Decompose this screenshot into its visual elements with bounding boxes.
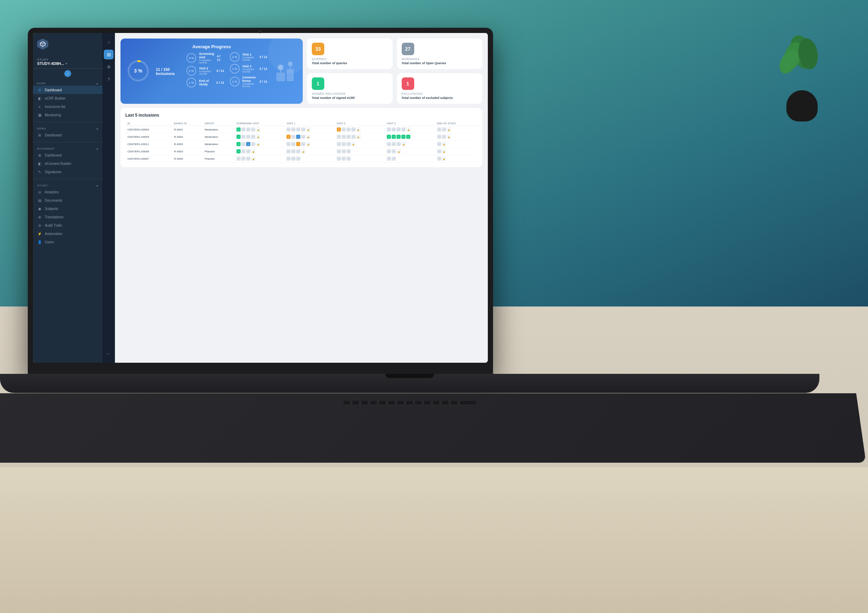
screening-pct: 5 %	[186, 53, 196, 63]
table-row[interactable]: CENTER1-00006 R-0003 Placebo ✓ — — 🔒	[126, 148, 477, 155]
row2-bando: R-0004	[172, 133, 202, 141]
sidebar-item-translations[interactable]: ⊕ Translations	[33, 213, 102, 221]
sidebar-item-dashboard-econsent[interactable]: ⊞ Dashboard	[33, 151, 102, 159]
exclusions-badge: 1	[402, 77, 414, 90]
common-forms-row: 2 % Common forms Completed records 2 / 1…	[230, 76, 267, 87]
row3-end-study: — 🔒	[435, 141, 477, 148]
home-icon-btn[interactable]: ⌂	[104, 37, 113, 47]
sidebar: STUDY STUDY-4D8H... ▾ ‹ eCRF ▴ ⊞ Das	[33, 33, 102, 363]
settings-icon-btn[interactable]: ⚙	[104, 62, 113, 72]
row4-id: CENTER1-00006	[126, 148, 172, 155]
exclusions-stat-card: 1 Exclusions Total number of excluded su…	[397, 73, 483, 104]
screen-content: STUDY STUDY-4D8H... ▾ ‹ eCRF ▴ ⊞ Das	[33, 33, 488, 363]
row2-visit1: 1 — ✓ — 🔒	[284, 133, 334, 141]
row4-bando: R-0003	[172, 148, 202, 155]
cell-dot: —	[437, 156, 441, 161]
sidebar-item-dashboard-ecrf[interactable]: ⊞ Dashboard	[33, 86, 102, 94]
sidebar-item-audit-trails[interactable]: ⊘ Audit Trails	[33, 221, 102, 229]
cell-dot: —	[241, 156, 245, 161]
cell-dot: ✓	[236, 135, 240, 139]
cell-dot: —	[241, 142, 245, 146]
sidebar-item-inclusions-list[interactable]: ≡ Inclusions list	[33, 102, 102, 111]
cell-dot: —	[347, 149, 351, 153]
cell-dot: —	[251, 142, 255, 146]
sidebar-item-users[interactable]: 👤 Users	[33, 238, 102, 246]
laptop-screen-bezel: STUDY STUDY-4D8H... ▾ ‹ eCRF ▴ ⊞ Das	[28, 28, 493, 375]
list-icon: ≡	[37, 104, 42, 109]
common-forms-info: Common forms Completed records	[242, 76, 257, 87]
study-name-btn[interactable]: STUDY-4D8H... ▾	[37, 62, 98, 66]
cell-dot: 🔒	[401, 142, 406, 146]
sidebar-item-signatures[interactable]: ✎ Signatures	[33, 168, 102, 176]
col-header-id: ID	[126, 121, 172, 126]
sidebar-item-ecrf-builder[interactable]: ◧ eCRF Builder	[33, 94, 102, 102]
person-icon: 👤	[37, 240, 42, 245]
sidebar-item-analytics[interactable]: ◎ Analytics	[33, 188, 102, 196]
cell-dot: —	[342, 142, 346, 146]
cell-dot: 🔒	[301, 149, 305, 153]
sidebar-item-monitoring[interactable]: ▦ Monitoring	[33, 111, 102, 119]
sidebar-item-subjects[interactable]: ◉ Subjects	[33, 204, 102, 213]
back-icon-btn[interactable]: ←	[104, 349, 113, 359]
divider-3	[33, 179, 102, 179]
exclusions-label: Exclusions	[402, 92, 423, 96]
right-icon-bar: ⌂ ▤ ⚙ ? ←	[102, 33, 115, 363]
cell-dot: —	[347, 135, 351, 139]
cell-dot: —	[347, 127, 351, 132]
cell-dot: 🔒	[306, 135, 310, 139]
signed-badge: 1	[312, 77, 324, 90]
top-stats-row: Average Progress 3 %	[121, 39, 482, 104]
chevron-up-icon-3: ▴	[96, 147, 98, 150]
inclusions-section: Last 5 inclusions ID BANDO ID GROUP SCRE…	[121, 108, 482, 167]
screening-visit-row: 5 % Screening visit Completed records 4 …	[186, 52, 224, 64]
row5-id: CENTER1-00007	[126, 155, 172, 163]
laptop: STUDY STUDY-4D8H... ▾ ‹ eCRF ▴ ⊞ Das	[28, 28, 854, 578]
sidebar-item-dashboard-epro[interactable]: ⊞ Dashboard	[33, 131, 102, 139]
cell-dot: —	[437, 142, 441, 146]
cell-dot: 🔒	[256, 142, 260, 146]
common-forms-count: 2 / 11	[259, 80, 267, 83]
progress-percentage: 3 %	[134, 68, 143, 74]
warnings-desc: Total number of Open Queries	[402, 62, 446, 65]
signed-label: Signed inclusions	[312, 92, 346, 96]
end-study-row: 1 % End of Study 2 / 11	[186, 78, 224, 87]
cell-dot: —	[287, 127, 291, 132]
table-row[interactable]: CENTER1-00009 R-0004 Medication ✓ — — —	[126, 133, 477, 141]
cell-dot: —	[337, 149, 341, 153]
visit3-row: 1 % Visit 3 Completed records 2 / 11	[230, 64, 267, 74]
laptop-notch	[385, 374, 434, 378]
cell-dot: —	[241, 135, 245, 139]
col-header-visit3: VISIT 3	[385, 121, 435, 126]
table-row[interactable]: CENTER1-00007 R-0005 Placebo — — — 🔒	[126, 155, 477, 163]
table-row[interactable]: CENTER1-00011 R-0002 Medication ✓ — ✎ —	[126, 141, 477, 148]
avg-progress-body: 3 % 11 / 150 Inclusions 5 %	[126, 52, 297, 90]
sidebar-item-automation[interactable]: ⚡ Automation	[33, 229, 102, 238]
cell-dot: —	[301, 142, 305, 146]
row2-visit3: ✓ ✓ ✓ ✓ ✓	[385, 133, 435, 141]
cell-dot: —	[291, 127, 296, 132]
doc-icon: ▤	[37, 198, 42, 203]
cell-dot: ✓	[397, 135, 401, 139]
end-study-info: End of Study	[199, 79, 214, 86]
warnings-label: Warnings	[402, 57, 420, 61]
col-header-group: GROUP	[203, 121, 235, 126]
help-icon-btn[interactable]: ?	[104, 74, 113, 84]
divider-2	[33, 142, 102, 142]
cell-dot: —	[287, 142, 291, 146]
expand-button[interactable]: ‹	[64, 70, 71, 77]
table-row[interactable]: CENTER2-00003 R-0001 Medication ✓ — — —	[126, 126, 477, 133]
row3-visit1: — — ! — 🔒	[284, 141, 334, 148]
visit2-pct: 2 %	[186, 66, 196, 76]
chart-icon: ◎	[37, 189, 42, 194]
stats-column-2: 27 Warnings Total number of Open Queries…	[397, 39, 483, 104]
cell-dot: 🔒	[442, 156, 446, 161]
cell-dot: —	[387, 127, 391, 132]
cell-dot: ✓	[236, 149, 240, 153]
visit2-info: Visit 2 Completed records	[199, 67, 214, 75]
doc-icon-btn[interactable]: ▤	[104, 50, 113, 59]
sidebar-item-econsent-builder[interactable]: ◧ eConsent Builder	[33, 159, 102, 168]
row3-bando: R-0002	[172, 141, 202, 148]
sidebar-item-documents[interactable]: ▤ Documents	[33, 196, 102, 204]
study-section: STUDY STUDY-4D8H... ▾	[33, 55, 102, 69]
queries-desc: Total number of queries	[312, 62, 347, 65]
